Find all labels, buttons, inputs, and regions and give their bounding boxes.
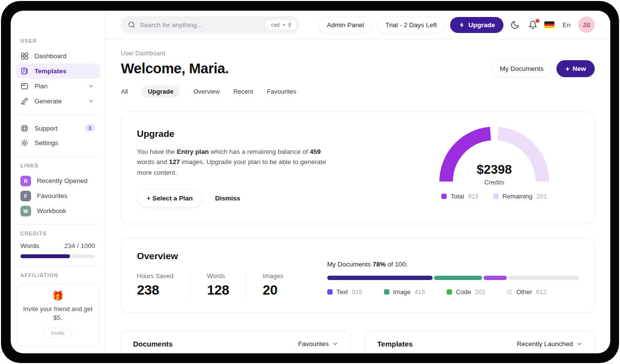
gift-icon: 🎁 — [22, 291, 94, 300]
credits-amount: $2398 — [439, 162, 549, 177]
new-button-label: New — [572, 65, 586, 72]
divider — [17, 115, 99, 115]
templates-card-title: Templates — [377, 340, 413, 348]
legend-swatch — [507, 289, 512, 295]
plus-icon: + — [147, 195, 152, 202]
sidebar-item-label: Dashboard — [34, 52, 95, 60]
sidebar-link-favourites[interactable]: F Favourites — [16, 188, 100, 203]
divider — [17, 266, 99, 266]
stat-hours-saved: Hours Saved 238 — [137, 272, 190, 298]
tab-recent[interactable]: Recent — [233, 85, 253, 98]
documents-card-title: Documents — [133, 340, 173, 348]
sidebar-item-label: Workbook — [37, 207, 95, 215]
documents-stacked-bar — [327, 276, 579, 280]
lifebuoy-icon — [20, 124, 29, 132]
chevron-down-icon — [576, 341, 583, 347]
affiliation-section-label: AFFILIATION — [16, 272, 100, 278]
moon-icon — [510, 20, 519, 30]
search-placeholder: Search for anything... — [140, 21, 261, 29]
dark-mode-toggle[interactable] — [508, 18, 521, 32]
sidebar-link-workbook[interactable]: W Workbook — [16, 203, 100, 218]
chevron-down-icon — [87, 98, 95, 104]
tab-favourites[interactable]: Favourites — [267, 85, 297, 98]
credits-section-label: CREDITS — [16, 231, 100, 236]
legend-item-image: Image 415 — [384, 288, 425, 296]
user-avatar[interactable]: JS — [578, 17, 595, 33]
legend-swatch — [384, 289, 389, 295]
legend-item-total: Total 915 — [441, 193, 478, 200]
sidebar-item-label: Templates — [34, 67, 95, 75]
new-button[interactable]: + New — [556, 60, 595, 77]
sidebar-item-support[interactable]: Support 3 — [16, 121, 100, 136]
sidebar-item-dashboard[interactable]: Dashboard — [16, 49, 100, 64]
templates-icon — [20, 67, 29, 75]
sidebar-item-generate[interactable]: Generate — [16, 94, 100, 109]
topbar: Search for anything... cmd + E Admin Pan… — [105, 11, 610, 39]
sidebar-item-label: Support — [34, 125, 79, 132]
invite-button[interactable]: Invite — [43, 328, 72, 338]
sidebar-item-label: Generate — [34, 98, 81, 105]
wallet-icon — [20, 82, 29, 90]
affiliation-card: 🎁 Invite your friend and get $5. Invite — [17, 284, 99, 347]
tab-all[interactable]: All — [121, 85, 128, 98]
sidebar-item-templates[interactable]: Templates — [16, 64, 100, 79]
credits-caption: Credits — [439, 179, 549, 186]
breadcrumb: User Dashboard — [121, 50, 595, 57]
sidebar: USER Dashboard Templates Plan Generate — [11, 11, 105, 353]
upgrade-card-body: You have the Entry plan which has a rema… — [137, 147, 327, 178]
link-initial-badge: R — [20, 176, 31, 186]
grid-icon — [20, 52, 29, 60]
stat-images: Images 20 — [246, 272, 300, 298]
credits-progress-bar — [20, 254, 95, 258]
my-documents-button[interactable]: My Documents — [491, 60, 552, 77]
link-initial-badge: W — [20, 206, 31, 216]
legend-item-code: Code 201 — [447, 288, 486, 296]
select-plan-button[interactable]: + Select a Plan — [137, 189, 202, 207]
tab-overview[interactable]: Overview — [193, 85, 219, 98]
legend-swatch — [327, 289, 333, 295]
bar-segment-image — [434, 276, 482, 280]
pencil-icon — [20, 97, 29, 105]
credits-value: 234 / 1000 — [64, 242, 95, 249]
documents-progress-label: My Documents 78% of 100. — [327, 261, 579, 268]
divider — [17, 156, 99, 157]
upgrade-button-label: Upgrade — [469, 21, 495, 29]
sidebar-item-settings[interactable]: Settings — [16, 135, 100, 150]
admin-panel-button[interactable]: Admin Panel — [318, 17, 372, 33]
sidebar-item-label: Plan — [34, 83, 81, 90]
search-input[interactable]: Search for anything... cmd + E — [121, 16, 300, 33]
stacked-bar-legend: Text 915 Image 415 Code 20 — [327, 288, 547, 296]
bar-segment-other — [508, 276, 579, 280]
flag-stripe — [544, 26, 554, 28]
upgrade-card-title: Upgrade — [137, 129, 327, 139]
filter-tabs: All Upgrade Overview Recent Favourites — [121, 85, 595, 98]
notifications-button[interactable] — [526, 18, 539, 32]
legend-swatch — [441, 194, 447, 199]
legend-item-other: Other 612 — [507, 288, 546, 296]
search-icon — [128, 21, 135, 29]
templates-filter-dropdown[interactable]: Recently Launched — [517, 340, 583, 347]
gear-icon — [20, 139, 29, 147]
credits-gauge: $2398 Credits Total 915 — [421, 127, 567, 200]
sidebar-item-label: Settings — [34, 139, 95, 147]
sidebar-item-label: Favourites — [37, 192, 95, 199]
legend-swatch — [447, 289, 452, 295]
trial-status-button[interactable]: Trial - 2 Days Left — [377, 17, 445, 33]
legend-item-text: Text 915 — [327, 288, 363, 296]
documents-filter-dropdown[interactable]: Favourites — [298, 340, 338, 347]
dismiss-button[interactable]: Dismiss — [215, 195, 240, 202]
sidebar-link-recently-opened[interactable]: R Recently Opened — [16, 173, 100, 188]
chevron-down-icon — [87, 83, 95, 89]
credits-progress-fill — [20, 254, 70, 258]
sidebar-item-plan[interactable]: Plan — [16, 79, 100, 94]
language-flag-germany[interactable] — [544, 21, 554, 28]
link-initial-badge: F — [20, 191, 31, 201]
upgrade-button[interactable]: Upgrade — [450, 17, 504, 33]
main-column: Search for anything... cmd + E Admin Pan… — [105, 11, 610, 353]
legend-swatch — [493, 194, 499, 199]
overview-stats: Hours Saved 238 Words 128 Images 20 — [137, 272, 300, 298]
bottom-cards: Documents Favourites Untitled Document i… — [121, 331, 595, 353]
tab-upgrade[interactable]: Upgrade — [141, 85, 180, 98]
upgrade-card: Upgrade You have the Entry plan which ha… — [121, 112, 595, 224]
credits-usage: Words 234 / 1000 — [16, 242, 100, 249]
